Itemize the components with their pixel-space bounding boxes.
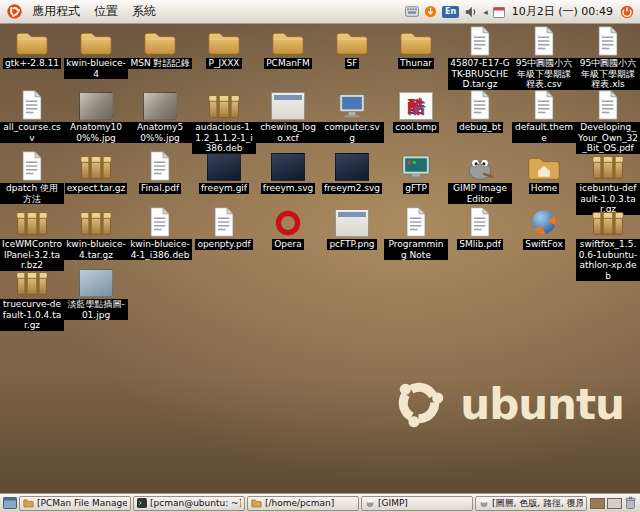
taskbar-window-button[interactable]: [/home/pcman]	[247, 496, 359, 511]
desktop-icon-label: Home	[529, 183, 560, 194]
desktop-icon[interactable]: icebuntu-default-1.0.3.tar.gz	[576, 151, 640, 215]
desktop-screen: 應用程式 位置 系統 En ◂ 10月2日 (一) 00:49 gt	[0, 0, 640, 512]
home-folder-icon	[527, 151, 561, 181]
taskbar-window-button[interactable]: [PCMan File Manager - ...	[19, 496, 131, 511]
trash-icon[interactable]	[624, 496, 637, 510]
desktop-icon[interactable]: Anatomy100%%.jpg	[64, 90, 128, 154]
desktop-icon-label: Developing_Your_Own_32_Bit_OS.pdf	[576, 122, 640, 154]
document-icon	[148, 151, 172, 181]
image-thumbnail	[271, 151, 305, 181]
keyboard-indicator-icon[interactable]	[405, 6, 419, 17]
gimp-icon	[479, 498, 489, 508]
desktop-icon[interactable]: Final.pdf	[128, 151, 192, 215]
taskbar-window-title: [圖層, 色版, 路徑, 復原 | 筆...	[492, 497, 583, 510]
desktop-icon-label: 95中圓國小六年級下學期課程表.csv	[512, 58, 576, 90]
desktop-icon-label: Thunar	[398, 58, 434, 69]
document-icon	[404, 207, 428, 237]
desktop-icon[interactable]: 95中圓國小六年級下學期課程表.csv	[512, 26, 576, 90]
show-desktop-icon[interactable]	[3, 497, 17, 509]
desktop-icon-label: truecurve-default-1.0.4.tar.gz	[0, 299, 64, 331]
ubuntu-menu-icon[interactable]	[4, 4, 25, 19]
desktop-icon-label: dpatch 使用方法	[0, 183, 64, 204]
archive-icon	[591, 207, 625, 237]
folder-icon	[79, 26, 113, 56]
desktop-icon[interactable]: P_JXXX	[192, 26, 256, 90]
file-manager-icon	[23, 498, 34, 508]
desktop-surface[interactable]: gtk+-2.8.11kwin-blueice-4MSN 對話記錄P_JXXXP…	[0, 24, 640, 493]
taskbar-window-title: [PCMan File Manager - ...	[37, 498, 127, 508]
document-icon	[20, 151, 44, 181]
desktop-icon[interactable]: expect.tar.gz	[64, 151, 128, 215]
workspace-1[interactable]	[590, 498, 605, 509]
top-panel: 應用程式 位置 系統 En ◂ 10月2日 (一) 00:49	[0, 0, 640, 24]
desktop-icon[interactable]: Developing_Your_Own_32_Bit_OS.pdf	[576, 90, 640, 154]
input-method-badge[interactable]: En	[442, 6, 459, 18]
desktop-icon[interactable]: default.theme	[512, 90, 576, 154]
power-icon[interactable]	[620, 5, 634, 19]
archive-icon	[79, 207, 113, 237]
desktop-icon[interactable]: 酷cool.bmp	[384, 90, 448, 154]
desktop-icon[interactable]: Anatomy50%%.jpg	[128, 90, 192, 154]
document-icon	[20, 90, 44, 120]
taskbar-window-title: [pcman@ubuntu: ~]	[150, 498, 241, 508]
desktop-icon[interactable]: 95中圓國小六年級下學期課程表.xls	[576, 26, 640, 90]
volume-icon[interactable]	[464, 5, 478, 19]
desktop-icon-label: SMlib.pdf	[457, 239, 503, 250]
desktop-icon-label: debug_bt	[457, 122, 503, 133]
desktop-icon[interactable]: SF	[320, 26, 384, 90]
desktop-icon[interactable]: gtk+-2.8.11	[0, 26, 64, 90]
desktop-icon[interactable]: GIMP Image Editor	[448, 151, 512, 215]
taskbar-window-title: [/home/pcman]	[265, 498, 334, 508]
desktop-icon[interactable]: chewing_logo.xcf	[256, 90, 320, 154]
desktop-icon[interactable]: PCManFM	[256, 26, 320, 90]
update-notifier-icon[interactable]	[424, 5, 437, 18]
desktop-icon[interactable]: kwin-blueice-4	[64, 26, 128, 90]
workspace-2[interactable]	[607, 498, 622, 509]
archive-icon	[15, 207, 49, 237]
desktop-icon-label: Opera	[272, 239, 304, 250]
desktop-icon-label: SwiftFox	[523, 239, 565, 250]
menu-applications[interactable]: 應用程式	[25, 1, 87, 22]
taskbar-window-button[interactable]: [pcman@ubuntu: ~]	[133, 496, 245, 511]
menu-places[interactable]: 位置	[87, 1, 125, 22]
desktop-icon-label: PCManFM	[264, 58, 312, 69]
desktop-icon[interactable]: freeym2.svg	[320, 151, 384, 215]
desktop-icon[interactable]: 淡藍學點插圖-01.jpg	[64, 267, 128, 331]
calendar-icon	[493, 6, 505, 18]
desktop-icon[interactable]: freeym.svg	[256, 151, 320, 215]
desktop-icon[interactable]: truecurve-default-1.0.4.tar.gz	[0, 267, 64, 331]
desktop-icon[interactable]: freeym.gif	[192, 151, 256, 215]
desktop-icon[interactable]: computer.svg	[320, 90, 384, 154]
desktop-icon-label: openpty.pdf	[195, 239, 252, 250]
desktop-icon[interactable]: Home	[512, 151, 576, 215]
desktop-icon-label: audacious-1.1.2_1.1.2-1_i386.deb	[192, 122, 256, 154]
desktop-icon-label: MSN 對話記錄	[128, 58, 191, 69]
desktop-icon[interactable]: Thunar	[384, 26, 448, 90]
desktop-icon[interactable]: MSN 對話記錄	[128, 26, 192, 90]
gftp-icon	[401, 151, 431, 181]
clock[interactable]: 10月2日 (一) 00:49	[510, 4, 615, 19]
desktop-icon-label: pcFTP.png	[327, 239, 376, 250]
desktop-icon[interactable]: dpatch 使用方法	[0, 151, 64, 215]
image-thumbnail	[79, 267, 113, 297]
desktop-icon[interactable]: all_course.csv	[0, 90, 64, 154]
desktop-icon[interactable]: audacious-1.1.2_1.1.2-1_i386.deb	[192, 90, 256, 154]
ubuntu-wordmark: ubuntu	[460, 384, 624, 426]
taskbar-window-button[interactable]: [GIMP]	[361, 496, 473, 511]
gimp-icon	[464, 151, 496, 181]
document-icon	[148, 207, 172, 237]
desktop-icon[interactable]: debug_bt	[448, 90, 512, 154]
desktop-icon-label: kwin-blueice-4.tar.gz	[64, 239, 128, 260]
folder-icon	[399, 26, 433, 56]
folder-icon	[251, 498, 262, 508]
taskbar-window-button[interactable]: [圖層, 色版, 路徑, 復原 | 筆...	[475, 496, 587, 511]
desktop-icon-label: gFTP	[403, 183, 429, 194]
menu-system[interactable]: 系統	[125, 1, 163, 22]
image-thumbnail	[335, 207, 369, 237]
desktop-icon[interactable]: 45807-E17-GTK-BRUSCHED.tar.gz	[448, 26, 512, 90]
image-thumbnail	[207, 151, 241, 181]
tray-collapse-icon[interactable]: ◂	[483, 7, 488, 17]
archive-icon	[79, 151, 113, 181]
desktop-icon-label: freeym.gif	[199, 183, 249, 194]
desktop-icon[interactable]: gFTP	[384, 151, 448, 215]
